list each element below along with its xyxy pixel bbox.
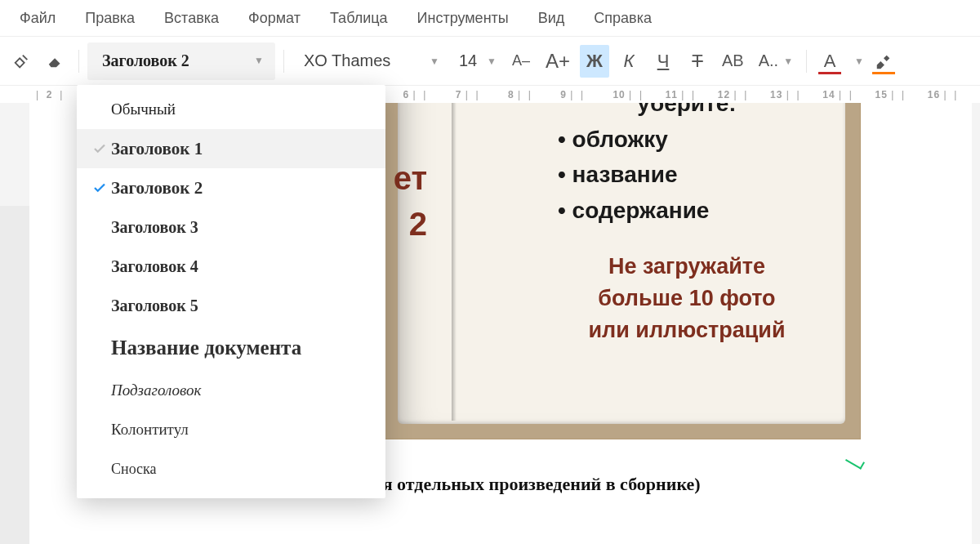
embedded-image[interactable]: уберите: обложку название содержание Не … <box>382 103 861 439</box>
style-option-heading4[interactable]: Заголовок 4 <box>77 247 385 286</box>
chevron-down-icon[interactable]: ▼ <box>854 56 864 67</box>
chevron-down-icon: ▼ <box>430 56 439 67</box>
style-option-header-footer[interactable]: Колонтитул <box>77 410 385 449</box>
menu-view[interactable]: Вид <box>523 2 580 35</box>
all-caps-button[interactable]: АВ <box>717 45 749 78</box>
highlight-color-button[interactable] <box>869 45 898 78</box>
book-bullet: обложку <box>558 122 827 157</box>
check-icon <box>88 141 111 156</box>
menu-format[interactable]: Формат <box>234 2 315 35</box>
menu-tools[interactable]: Инструменты <box>403 2 523 35</box>
menu-file[interactable]: Файл <box>5 2 70 35</box>
book-bullet: содержание <box>558 193 827 228</box>
paragraph-style-dropdown[interactable]: Заголовок 2 ▼ <box>87 42 275 80</box>
underline-button[interactable]: Ч <box>648 45 678 78</box>
chevron-down-icon: ▼ <box>254 55 264 67</box>
document-text-line[interactable]: ия отдельных произведений в сборнике) <box>372 474 701 495</box>
menu-edit[interactable]: Правка <box>70 2 149 35</box>
menu-table[interactable]: Таблица <box>315 2 403 35</box>
grammar-mark-icon[interactable] <box>846 457 867 469</box>
menu-bar: Файл Правка Вставка Формат Таблица Инстр… <box>0 0 980 36</box>
highlight-color-swatch <box>872 72 895 74</box>
page-gutter <box>0 206 29 544</box>
toolbar: Заголовок 2 ▼ XO Thames ▼ 14 ▼ A– A+ Ж К… <box>0 36 980 85</box>
font-color-button[interactable]: A <box>815 45 844 78</box>
strikethrough-button[interactable]: Т <box>683 45 712 78</box>
style-option-heading2[interactable]: Заголовок 2 <box>77 168 385 207</box>
font-size-label: 14 <box>459 51 477 70</box>
book-warning: Не загружайте больше 10 фото или иллюстр… <box>546 251 827 346</box>
menu-help[interactable]: Справка <box>579 2 666 35</box>
separator <box>78 50 79 73</box>
chevron-down-icon: ▼ <box>487 56 497 67</box>
separator <box>283 50 284 73</box>
style-option-normal[interactable]: Обычный <box>77 90 385 129</box>
font-size-dropdown[interactable]: 14 ▼ <box>452 42 501 80</box>
style-option-footnote[interactable]: Сноска <box>77 449 385 488</box>
paint-format-icon[interactable] <box>7 45 36 78</box>
book-text: уберите: обложку название содержание Не … <box>546 103 827 347</box>
style-option-heading5[interactable]: Заголовок 5 <box>77 286 385 325</box>
more-font-button[interactable]: А.. ▼ <box>754 45 798 78</box>
book-bullet: название <box>558 157 827 192</box>
paragraph-style-label: Заголовок 2 <box>102 51 189 70</box>
font-color-swatch <box>818 72 841 74</box>
cropped-text-fragment: ет 2 <box>382 155 427 278</box>
chevron-down-icon: ▼ <box>783 56 793 67</box>
style-option-title[interactable]: Название документа <box>77 325 385 371</box>
font-family-label: XO Thames <box>304 51 390 70</box>
decrease-font-button[interactable]: A– <box>506 45 536 78</box>
paragraph-style-menu: Обычный Заголовок 1 Заголовок 2 Заголово… <box>77 85 385 498</box>
eraser-icon[interactable] <box>41 45 70 78</box>
font-family-dropdown[interactable]: XO Thames ▼ <box>292 42 448 80</box>
style-option-heading3[interactable]: Заголовок 3 <box>77 207 385 247</box>
separator <box>806 50 807 73</box>
check-icon <box>88 181 111 195</box>
italic-button[interactable]: К <box>614 45 644 78</box>
book-spine-graphic <box>452 103 457 421</box>
menu-insert[interactable]: Вставка <box>149 2 234 35</box>
bold-button[interactable]: Ж <box>580 45 609 78</box>
book-heading: уберите: <box>546 103 827 117</box>
style-option-subtitle[interactable]: Подзаголовок <box>77 371 385 410</box>
style-option-heading1[interactable]: Заголовок 1 <box>77 129 385 168</box>
increase-font-button[interactable]: A+ <box>541 45 575 78</box>
